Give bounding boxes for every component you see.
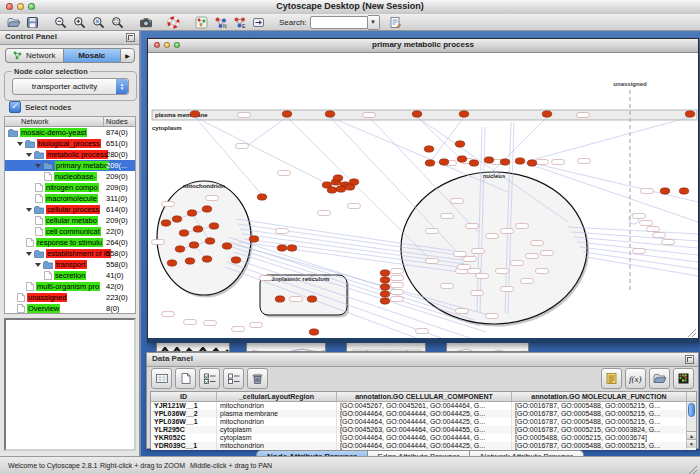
tree-row[interactable]: primary metabo209(... [5,160,135,171]
network-node-unmapped[interactable] [521,279,534,284]
table-column-header[interactable]: ID [151,392,217,401]
tree-row[interactable]: Overview8(0) [5,303,135,314]
import-attributes-button[interactable] [649,368,670,389]
network-node-unmapped[interactable] [318,211,331,216]
network-node-unmapped[interactable] [250,323,263,328]
expander-icon[interactable] [35,164,41,168]
expander-icon[interactable] [35,263,41,267]
network-overview-button[interactable] [192,15,211,30]
zoom-selected-button[interactable] [89,15,108,30]
network-node[interactable] [455,141,465,147]
network-node[interactable] [275,296,285,302]
network-node-unmapped[interactable] [647,227,660,232]
network-node-unmapped[interactable] [416,329,429,334]
network-node-unmapped[interactable] [236,144,249,149]
tree-row[interactable]: cell communicat22(0) [5,226,135,237]
network-node[interactable] [349,179,359,185]
network-node[interactable] [459,111,469,117]
network-node-unmapped[interactable] [204,321,217,326]
network-node[interactable] [527,160,537,166]
network-node[interactable] [336,186,346,192]
network-node[interactable] [249,236,259,242]
network-node-unmapped[interactable] [454,252,467,257]
network-node[interactable] [500,159,510,165]
network-node-unmapped[interactable] [426,229,439,234]
network-node-unmapped[interactable] [290,297,303,302]
network-node[interactable] [325,111,335,117]
table-scrollbar[interactable]: ▲ ▼ [686,402,696,448]
network-node[interactable] [515,158,525,164]
save-button[interactable] [23,15,42,30]
table-row[interactable]: YPL036W__1mitochondrion[GO:0044464, GO:0… [151,418,696,426]
network-node-unmapped[interactable] [536,160,549,165]
network-node-unmapped[interactable] [501,287,514,292]
network-node-unmapped[interactable] [516,224,529,229]
network-node-unmapped[interactable] [152,240,165,245]
tree-row[interactable]: cellular process614(0) [5,204,135,215]
background-window-fragment[interactable] [346,342,426,352]
network-node-unmapped[interactable] [238,113,251,118]
vizmapper-alt-button[interactable]: E [230,15,249,30]
background-window-fragment[interactable] [156,342,230,352]
network-node[interactable] [190,111,200,117]
network-node[interactable] [277,245,287,251]
network-node[interactable] [425,160,435,166]
float-panel-icon[interactable] [685,355,694,364]
tree-row[interactable]: cellular metabo209(0) [5,215,135,226]
network-node-unmapped[interactable] [471,291,484,296]
network-node[interactable] [380,298,390,304]
network-node-unmapped[interactable] [162,202,175,207]
zoom-out-button[interactable] [51,15,70,30]
formula-button[interactable]: f(x) [625,368,646,389]
expander-icon[interactable] [26,252,32,256]
network-node[interactable] [380,284,390,290]
network-node-unmapped[interactable] [486,314,499,319]
tree-row[interactable]: metabolic process280(0) [5,149,135,160]
scroll-down-button[interactable]: ▼ [687,439,696,448]
tree-row[interactable]: nitrogen compo209(0) [5,182,135,193]
snapshot-button[interactable] [136,15,155,30]
network-node[interactable] [380,270,390,276]
attribute-select-button[interactable] [151,368,172,389]
network-node-unmapped[interactable] [578,159,591,164]
network-node-unmapped[interactable] [276,229,289,234]
zoom-in-button[interactable] [70,15,89,30]
tab-overflow-button[interactable]: ▶ [120,48,135,63]
help-button[interactable] [164,15,183,30]
attribute-unselect-all-button[interactable] [223,368,244,389]
network-node-unmapped[interactable] [464,257,477,262]
network-node[interactable] [193,226,203,232]
tree-row[interactable]: transport558(0) [5,259,135,270]
tree-row[interactable]: response to stimulu264(0) [5,237,135,248]
network-node[interactable] [202,256,212,262]
network-node-unmapped[interactable] [466,224,479,229]
network-node-unmapped[interactable] [260,276,273,281]
network-node[interactable] [167,260,177,266]
network-node-unmapped[interactable] [206,196,219,201]
network-node[interactable] [333,175,343,181]
background-window-fragment[interactable] [246,342,326,352]
attribute-select-all-button[interactable] [199,368,220,389]
tab-mosaic[interactable]: Mosaic [63,48,121,63]
network-node-unmapped[interactable] [391,290,404,295]
table-row[interactable]: YPL036W__2plasma membrane[GO:0044464, GO… [151,410,696,418]
tree-column-network[interactable]: Network [5,117,104,126]
tree-row[interactable]: unassigned223(0) [5,292,135,303]
zoom-fit-button[interactable] [108,15,127,30]
network-node-unmapped[interactable] [391,297,404,302]
network-node-unmapped[interactable] [391,283,404,288]
network-node[interactable] [282,111,292,117]
network-node-unmapped[interactable] [633,214,646,219]
network-node-unmapped[interactable] [526,254,539,259]
network-node[interactable] [327,187,337,193]
tree-row[interactable]: mosaic-demo-yeast874(0) [5,127,135,138]
search-input[interactable] [310,16,368,29]
select-nodes-checkbox[interactable]: ✓ [9,101,21,113]
network-node-unmapped[interactable] [441,284,454,289]
network-node-unmapped[interactable] [363,113,376,118]
network-node[interactable] [179,230,189,236]
search-dropdown-button[interactable]: ▼ [368,15,380,30]
network-node[interactable] [542,111,552,117]
network-node-unmapped[interactable] [531,241,544,246]
network-node[interactable] [161,220,171,226]
